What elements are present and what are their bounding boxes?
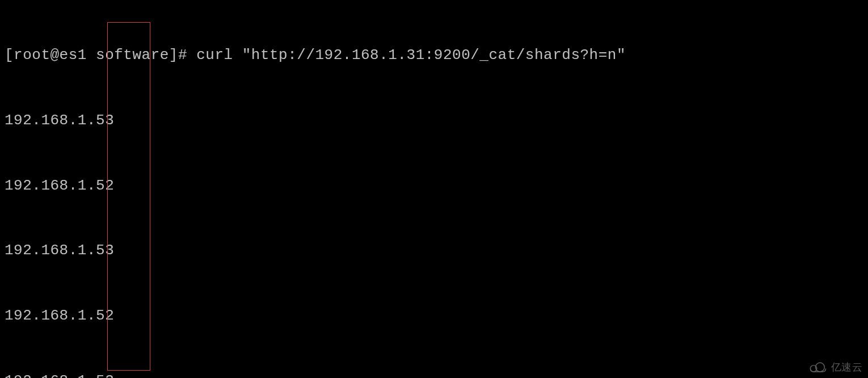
- ip-prefix: 192.168.1.: [5, 372, 96, 378]
- ip-prefix: 192.168.1.: [5, 112, 96, 129]
- prompt-user-host: [root@es1 software]#: [5, 47, 187, 64]
- ip-suffix: 52: [96, 307, 114, 324]
- ip-prefix: 192.168.1.: [5, 242, 96, 259]
- ip-prefix: 192.168.1.: [5, 307, 96, 324]
- ip-suffix: 52: [96, 177, 114, 194]
- ip-prefix: 192.168.1.: [5, 177, 96, 194]
- ip-suffix: 53: [96, 372, 114, 378]
- cloud-icon: [808, 361, 828, 373]
- output-line: 192.168.1.53: [5, 370, 863, 378]
- ip-suffix: 53: [96, 112, 114, 129]
- watermark: 亿速云: [808, 360, 863, 375]
- output-line: 192.168.1.52: [5, 175, 863, 196]
- command-prompt-line: [root@es1 software]# curl "http://192.16…: [5, 44, 863, 66]
- terminal-area[interactable]: [root@es1 software]# curl "http://192.16…: [0, 0, 868, 378]
- output-line: 192.168.1.53: [5, 240, 863, 261]
- watermark-text: 亿速云: [831, 360, 863, 375]
- output-line: 192.168.1.53: [5, 110, 863, 131]
- output-line: 192.168.1.52: [5, 305, 863, 326]
- ip-suffix: 53: [96, 242, 114, 259]
- command-text: curl "http://192.168.1.31:9200/_cat/shar…: [196, 47, 626, 64]
